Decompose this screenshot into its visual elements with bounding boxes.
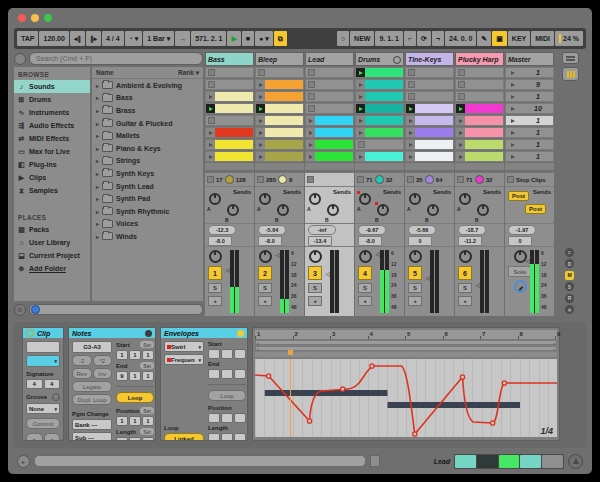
sidebar-item-sounds[interactable]: ♪Sounds: [14, 80, 90, 93]
send-b-knob[interactable]: [227, 204, 239, 216]
time-value-field[interactable]: 8: [116, 437, 128, 441]
clip[interactable]: [265, 92, 303, 101]
scrub-area[interactable]: [255, 352, 557, 357]
clip-slot[interactable]: [455, 91, 504, 102]
clip-launch-button[interactable]: [356, 152, 365, 161]
browser-scrollbar[interactable]: [29, 304, 203, 315]
clip-launch-button[interactable]: [206, 140, 215, 149]
clip-slot[interactable]: [355, 67, 404, 78]
track-header[interactable]: Plucky Harp: [455, 52, 504, 66]
clip[interactable]: [415, 116, 453, 125]
time-value-field[interactable]: 1: [129, 371, 141, 381]
clip[interactable]: [415, 140, 453, 149]
clip[interactable]: [415, 128, 453, 137]
punch-out-toggle[interactable]: ¬: [432, 31, 444, 46]
send-a-knob[interactable]: [259, 193, 271, 205]
time-value-field[interactable]: [234, 369, 246, 379]
track-stop-button[interactable]: [457, 176, 464, 183]
draw-mode-toggle[interactable]: ✎: [477, 31, 491, 46]
clip[interactable]: [365, 92, 403, 101]
cpu-meter[interactable]: 24 %: [555, 31, 583, 46]
status-handle[interactable]: [370, 455, 380, 467]
loop-toggle[interactable]: ⟳: [417, 31, 431, 46]
scene-slot[interactable]: 10: [505, 103, 554, 114]
arrangement-position-display[interactable]: 571. 2. 1: [191, 31, 226, 46]
clip-slot[interactable]: [205, 139, 254, 150]
stop-all-clips-button[interactable]: Stop Clips: [516, 177, 546, 183]
clip-name-field[interactable]: [26, 341, 60, 353]
send-a-knob[interactable]: [209, 193, 221, 205]
fader-handle-icon[interactable]: ◁: [325, 272, 330, 277]
pan-knob[interactable]: [359, 250, 372, 263]
clip-launch-button[interactable]: [356, 116, 365, 125]
gain-display[interactable]: -8.0: [208, 236, 232, 246]
nudge-forward-button[interactable]: »: [44, 433, 61, 441]
clip-slot[interactable]: [305, 127, 354, 138]
solo-button[interactable]: S: [408, 283, 422, 293]
clip-stop-button[interactable]: [458, 81, 465, 88]
loop-toggle-button[interactable]: Loop: [116, 392, 154, 403]
clip-launch-button[interactable]: [306, 128, 315, 137]
clip[interactable]: [265, 80, 303, 89]
master-solo-button[interactable]: Solo: [508, 266, 532, 277]
clip-slot[interactable]: [305, 151, 354, 162]
tempo-display[interactable]: 120.00: [39, 31, 68, 46]
clip-slot[interactable]: [205, 103, 254, 114]
envelopes-toggle-icon[interactable]: [237, 330, 244, 337]
clip-launch-button[interactable]: [356, 128, 365, 137]
stop-all-icon[interactable]: [507, 176, 514, 183]
track-activator-button[interactable]: 6: [458, 266, 472, 280]
clip-activator-icon[interactable]: [26, 329, 34, 337]
track-activator-button[interactable]: 4: [358, 266, 372, 280]
track-header[interactable]: Bleep: [255, 52, 304, 66]
clip-launch-button[interactable]: [456, 128, 465, 137]
breakpoint-handle[interactable]: [502, 381, 506, 385]
punch-in-toggle[interactable]: ⌐: [404, 31, 416, 46]
clip[interactable]: [215, 140, 253, 149]
set-length-button[interactable]: Set: [140, 428, 154, 435]
send-b-knob[interactable]: [427, 204, 439, 216]
time-value-field[interactable]: 1: [142, 416, 154, 426]
clip-launch-button[interactable]: [256, 116, 265, 125]
stop-button[interactable]: ■: [242, 31, 254, 46]
clip-slot[interactable]: [205, 151, 254, 162]
groove-swing-icon[interactable]: [52, 393, 60, 401]
clip-launch-button[interactable]: [306, 140, 315, 149]
clip-launch-button[interactable]: [456, 152, 465, 161]
gain-display[interactable]: 0: [408, 236, 432, 246]
clip-slot[interactable]: [205, 115, 254, 126]
sidebar-item-plug-ins[interactable]: ◧Plug-ins: [14, 158, 90, 171]
signature-denominator-field[interactable]: 4: [44, 379, 61, 389]
sidebar-item-midi-effects[interactable]: ⇄MIDI Effects: [14, 132, 90, 145]
send-a-knob[interactable]: [309, 193, 321, 205]
halve-time-button[interactable]: :2: [72, 355, 92, 366]
clip-launch-button[interactable]: [456, 116, 465, 125]
clip-launch-button[interactable]: [206, 92, 215, 101]
scene-launch-button[interactable]: [508, 152, 517, 161]
send-b-knob[interactable]: [377, 204, 389, 216]
places-item-add-folder[interactable]: ⊕Add Folder: [14, 262, 90, 275]
clip-slot[interactable]: [455, 67, 504, 78]
fader-handle-icon[interactable]: ◁: [225, 268, 230, 273]
clip-stop-button[interactable]: [208, 117, 215, 124]
loop-brace-bottom[interactable]: ‹›: [255, 346, 557, 351]
track-stop-button[interactable]: [257, 176, 264, 183]
gain-display[interactable]: 0: [508, 236, 532, 246]
clip-slot[interactable]: [305, 115, 354, 126]
search-input[interactable]: Search (Cmd + F): [29, 52, 203, 65]
sidebar-item-max-for-live[interactable]: ▭Max for Live: [14, 145, 90, 158]
loop-brace-top[interactable]: ‹›: [255, 340, 557, 345]
scene-slot[interactable]: 1: [505, 151, 554, 162]
clip-launch-button[interactable]: [256, 152, 265, 161]
clip-slot[interactable]: [355, 103, 404, 114]
end-time-fields[interactable]: 911: [116, 371, 154, 381]
scene-slot[interactable]: 1: [505, 127, 554, 138]
folder-row[interactable]: ▸Synth Lead: [92, 180, 203, 193]
breakpoint-handle[interactable]: [460, 375, 464, 379]
show-hide-toggle[interactable]: D: [565, 259, 574, 268]
scene-slot[interactable]: 9: [505, 79, 554, 90]
clip-slot[interactable]: [255, 139, 304, 150]
clip[interactable]: [215, 104, 253, 113]
clip[interactable]: [265, 128, 303, 137]
clip-stop-button[interactable]: [358, 141, 365, 148]
